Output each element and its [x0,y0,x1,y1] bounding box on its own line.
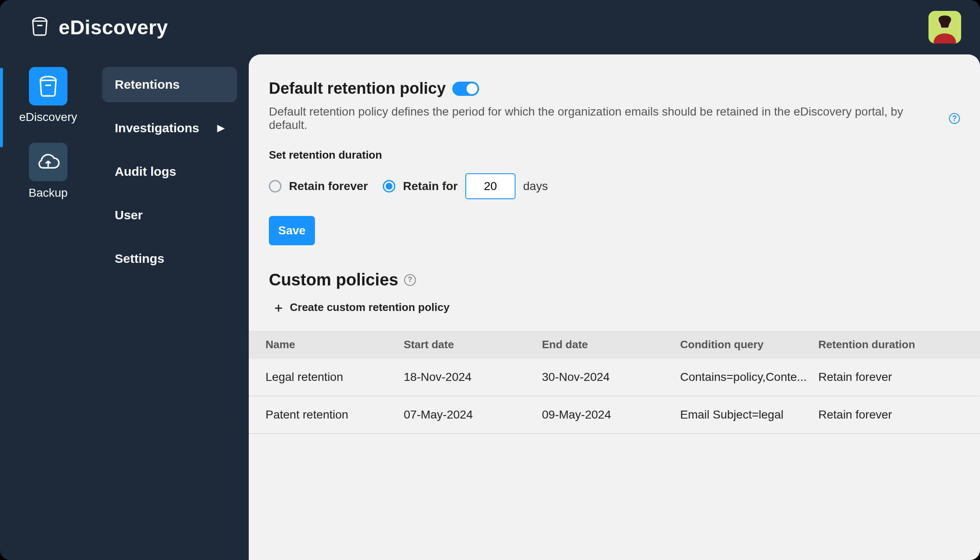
sidebar-item-label: User [115,208,143,222]
rail-item-ediscovery[interactable]: eDiscovery [19,67,77,124]
sidebar-item-audit-logs[interactable]: Audit logs [102,154,237,189]
brand: eDiscovery [29,16,168,39]
cell-condition: Email Subject=legal [680,408,818,421]
sidebar-item-label: Retentions [115,77,180,92]
radio-unchecked-icon[interactable] [269,180,281,193]
help-icon[interactable]: ? [949,113,960,124]
custom-policies-title: Custom policies [269,270,398,289]
custom-policies-heading-row: Custom policies ? [269,270,960,289]
body: eDiscovery Backup Retentions Investigati… [0,54,980,560]
duration-heading: Set retention duration [269,149,960,162]
cell-start: 07-May-2024 [404,408,542,421]
custom-policies-table: Name Start date End date Condition query… [249,331,980,560]
rail-label: eDiscovery [19,110,77,124]
default-policy-heading-row: Default retention policy [269,80,960,98]
toggle-knob [467,83,477,94]
archive-icon [29,67,67,105]
sidebar-item-settings[interactable]: Settings [102,241,237,276]
header: eDiscovery [0,0,980,54]
leftrail: eDiscovery Backup [0,54,96,560]
save-button[interactable]: Save [269,216,315,245]
cell-name: Legal retention [266,370,404,384]
cell-end: 30-Nov-2024 [542,370,680,384]
rail-label: Backup [28,186,67,200]
table-row[interactable]: Legal retention 18-Nov-2024 30-Nov-2024 … [249,359,980,396]
sidebar: Retentions Investigations ▶ Audit logs U… [96,54,249,560]
app-title: eDiscovery [59,16,168,39]
brand-archive-icon [29,16,50,39]
default-policy-toggle[interactable] [452,82,479,96]
col-header-condition: Condition query [680,338,818,351]
col-header-name: Name [266,338,404,351]
sidebar-item-investigations[interactable]: Investigations ▶ [102,110,237,146]
rail-item-backup[interactable]: Backup [28,143,67,200]
cell-retention: Retain forever [818,408,963,421]
days-unit-label: days [523,180,548,193]
sidebar-item-retentions[interactable]: Retentions [102,67,237,102]
cell-start: 18-Nov-2024 [404,370,542,384]
retain-days-input[interactable] [465,173,516,199]
rail-active-indicator [0,68,3,147]
retention-duration-options: Retain forever Retain for days [269,173,960,199]
sidebar-item-user[interactable]: User [102,198,237,233]
chevron-right-icon: ▶ [217,123,224,134]
plus-icon: ＋ [272,301,285,314]
radio-checked-icon[interactable] [383,180,395,193]
cloud-upload-icon [29,143,67,181]
default-policy-description-row: Default retention policy defines the per… [269,105,960,132]
col-header-end: End date [542,338,680,351]
retain-for-label: Retain for [403,180,458,193]
sidebar-item-label: Settings [115,252,164,266]
table-header: Name Start date End date Condition query… [249,331,980,359]
cell-retention: Retain forever [818,370,963,384]
default-policy-description: Default retention policy defines the per… [269,105,944,132]
table-row[interactable]: Patent retention 07-May-2024 09-May-2024… [249,396,980,434]
cell-end: 09-May-2024 [542,408,680,421]
col-header-retention: Retention duration [818,338,963,351]
cell-name: Patent retention [266,408,404,421]
retain-for-option[interactable]: Retain for days [383,173,548,199]
retain-forever-option[interactable]: Retain forever [269,180,368,193]
col-header-start: Start date [404,338,542,351]
app-root: eDiscovery eD [0,0,980,560]
sidebar-item-label: Investigations [115,121,199,135]
help-icon[interactable]: ? [404,274,416,286]
sidebar-item-label: Audit logs [115,164,176,179]
create-custom-policy-button[interactable]: ＋ Create custom retention policy [269,301,960,314]
main-content: Default retention policy Default retenti… [249,54,980,560]
create-custom-policy-label: Create custom retention policy [290,301,449,314]
cell-condition: Contains=policy,Conte... [680,370,818,384]
retain-forever-label: Retain forever [289,180,368,193]
avatar[interactable] [928,11,961,44]
default-policy-title: Default retention policy [269,80,446,98]
